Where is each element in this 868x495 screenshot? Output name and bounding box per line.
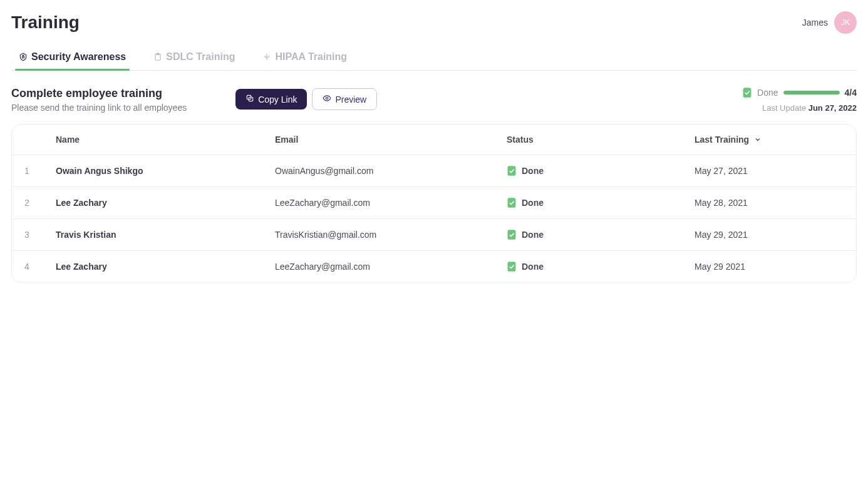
svg-rect-8 bbox=[508, 198, 516, 207]
document-check-icon bbox=[742, 87, 752, 98]
svg-rect-10 bbox=[508, 262, 516, 271]
progress-text: 4/4 bbox=[845, 88, 857, 98]
tab-label: Security Awareness bbox=[31, 51, 126, 63]
tab-label: HIPAA Training bbox=[275, 51, 347, 63]
row-name: Travis Kristian bbox=[56, 230, 275, 240]
col-email-header: Email bbox=[275, 135, 507, 145]
status-label: Done bbox=[522, 262, 544, 272]
section-subtitle: Please send the training link to all emp… bbox=[11, 103, 187, 113]
row-name: Owain Angus Shikgo bbox=[56, 166, 275, 176]
row-index: 1 bbox=[24, 166, 56, 176]
content-header: Complete employee training Please send t… bbox=[11, 87, 857, 113]
col-last-training-header[interactable]: Last Training bbox=[695, 135, 844, 145]
avatar[interactable]: JK bbox=[834, 11, 857, 34]
row-index: 2 bbox=[24, 198, 56, 208]
tab-security-awareness[interactable]: Security Awareness bbox=[15, 46, 130, 70]
col-name-header: Name bbox=[56, 135, 275, 145]
lock-shield-icon bbox=[19, 53, 28, 61]
document-check-icon bbox=[507, 197, 517, 208]
preview-label: Preview bbox=[335, 94, 366, 105]
row-status: Done bbox=[507, 197, 695, 208]
tab-sdlc-training[interactable]: SDLC Training bbox=[150, 46, 239, 70]
row-date: May 29, 2021 bbox=[695, 230, 844, 240]
row-email: LeeZachary@gmail.com bbox=[275, 262, 507, 272]
table-row[interactable]: 2Lee ZacharyLeeZachary@gmail.comDoneMay … bbox=[12, 187, 856, 219]
col-status-header: Status bbox=[507, 135, 695, 145]
row-status: Done bbox=[507, 261, 695, 272]
last-update: Last Update Jun 27, 2022 bbox=[742, 103, 857, 113]
svg-rect-6 bbox=[743, 88, 752, 97]
employees-table: Name Email Status Last Training 1Owain A… bbox=[11, 124, 857, 283]
done-label: Done bbox=[757, 88, 778, 98]
svg-rect-0 bbox=[23, 56, 24, 58]
progress-bar bbox=[783, 91, 840, 94]
last-update-label: Last Update bbox=[762, 103, 806, 113]
document-check-icon bbox=[507, 261, 517, 272]
col-index bbox=[24, 135, 56, 145]
status-label: Done bbox=[522, 166, 544, 176]
copy-icon bbox=[245, 94, 254, 105]
medical-icon bbox=[262, 53, 271, 61]
row-index: 4 bbox=[24, 262, 56, 272]
svg-point-5 bbox=[326, 97, 329, 100]
progress-fill bbox=[783, 91, 840, 94]
row-date: May 27, 2021 bbox=[695, 166, 844, 176]
table-row[interactable]: 1Owain Angus ShikgoOwainAngus@gmail.comD… bbox=[12, 155, 856, 187]
status-label: Done bbox=[522, 198, 544, 208]
chevron-down-icon bbox=[754, 136, 762, 143]
row-name: Lee Zachary bbox=[56, 198, 275, 208]
summary-status-row: Done 4/4 bbox=[742, 87, 857, 98]
preview-button[interactable]: Preview bbox=[312, 88, 377, 110]
row-status: Done bbox=[507, 165, 695, 176]
last-update-date: Jun 27, 2022 bbox=[809, 103, 857, 113]
content-left: Complete employee training Please send t… bbox=[11, 87, 377, 113]
copy-link-button[interactable]: Copy Link bbox=[235, 89, 307, 110]
row-email: LeeZachary@gmail.com bbox=[275, 198, 507, 208]
row-index: 3 bbox=[24, 230, 56, 240]
document-check-icon bbox=[507, 165, 517, 176]
user-name: James bbox=[802, 18, 828, 28]
document-check-icon bbox=[507, 229, 517, 240]
table-row[interactable]: 4Lee ZacharyLeeZachary@gmail.comDoneMay … bbox=[12, 251, 856, 282]
row-email: OwainAngus@gmail.com bbox=[275, 166, 507, 176]
tab-label: SDLC Training bbox=[166, 51, 235, 63]
row-date: May 28, 2021 bbox=[695, 198, 844, 208]
user-area[interactable]: James JK bbox=[802, 11, 857, 34]
svg-rect-7 bbox=[508, 166, 516, 175]
row-email: TravisKristian@gmail.com bbox=[275, 230, 507, 240]
content-right: Done 4/4 Last Update Jun 27, 2022 bbox=[742, 87, 857, 113]
row-date: May 29 2021 bbox=[695, 262, 844, 272]
status-label: Done bbox=[522, 230, 544, 240]
section-heading: Complete employee training Please send t… bbox=[11, 87, 187, 113]
page-title: Training bbox=[11, 13, 80, 33]
last-training-label: Last Training bbox=[695, 135, 749, 145]
clipboard-icon bbox=[153, 53, 162, 61]
table-header: Name Email Status Last Training bbox=[12, 125, 856, 155]
svg-rect-9 bbox=[508, 230, 516, 239]
row-status: Done bbox=[507, 229, 695, 240]
section-title: Complete employee training bbox=[11, 87, 187, 100]
table-body: 1Owain Angus ShikgoOwainAngus@gmail.comD… bbox=[12, 155, 856, 282]
table-row[interactable]: 3Travis KristianTravisKristian@gmail.com… bbox=[12, 219, 856, 251]
tab-hipaa-training[interactable]: HIPAA Training bbox=[259, 46, 351, 70]
row-name: Lee Zachary bbox=[56, 262, 275, 272]
copy-link-label: Copy Link bbox=[258, 94, 297, 105]
header-bar: Training James JK bbox=[11, 11, 857, 34]
action-buttons: Copy Link Preview bbox=[235, 88, 377, 110]
eye-icon bbox=[323, 94, 331, 105]
tabs: Security Awareness SDLC Training HIPAA T… bbox=[11, 46, 857, 71]
